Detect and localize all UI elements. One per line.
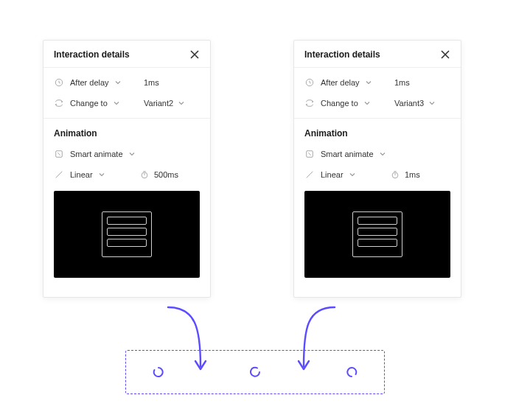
panel-header: Interaction details bbox=[294, 41, 461, 68]
chevron-down-icon bbox=[380, 151, 386, 158]
panel-title: Interaction details bbox=[304, 49, 380, 60]
preview-row bbox=[107, 217, 147, 225]
panel-header: Interaction details bbox=[43, 41, 210, 68]
swap-icon bbox=[304, 98, 315, 108]
easing-label: Linear bbox=[70, 170, 93, 179]
animation-preview bbox=[54, 191, 200, 278]
smart-animate-icon bbox=[54, 149, 64, 159]
animation-type: Smart animate bbox=[70, 150, 123, 158]
trigger-value: 1ms bbox=[394, 78, 410, 87]
preview-frame bbox=[352, 211, 402, 257]
trigger-label: After delay bbox=[70, 78, 109, 87]
panel-title: Interaction details bbox=[54, 49, 130, 60]
preview-row bbox=[358, 239, 397, 247]
clock-icon bbox=[304, 77, 315, 88]
trigger-value-field[interactable]: 1ms bbox=[394, 78, 410, 87]
trigger-row[interactable]: After delay 1ms bbox=[294, 72, 461, 93]
chevron-down-icon bbox=[129, 151, 136, 158]
swap-icon bbox=[54, 98, 64, 108]
chevron-down-icon bbox=[115, 80, 122, 86]
stopwatch-icon bbox=[390, 169, 400, 180]
animation-type-row[interactable]: Smart animate bbox=[294, 144, 461, 164]
animation-heading-row: Animation bbox=[294, 123, 461, 144]
duration-value: 500ms bbox=[154, 170, 178, 179]
animation-heading: Animation bbox=[304, 128, 348, 139]
trigger-label: After delay bbox=[321, 78, 360, 87]
spinner-icon bbox=[153, 366, 164, 378]
easing-row[interactable]: Linear 1ms bbox=[294, 164, 461, 185]
preview-row bbox=[358, 217, 397, 225]
linear-icon bbox=[54, 169, 64, 180]
interaction-panel-1: Interaction details After delay 1ms Chan… bbox=[43, 40, 211, 298]
trigger-section: After delay 1ms Change to Variant3 bbox=[294, 68, 461, 119]
action-value-field[interactable]: Variant3 bbox=[394, 99, 435, 108]
trigger-row[interactable]: After delay 1ms bbox=[43, 72, 210, 93]
action-value-field[interactable]: Variant2 bbox=[144, 99, 184, 108]
action-label: Change to bbox=[70, 99, 108, 108]
chevron-down-icon bbox=[428, 100, 435, 107]
animation-section: Animation Smart animate Linear 1 bbox=[294, 119, 461, 297]
close-icon[interactable] bbox=[189, 49, 200, 60]
action-value: Variant2 bbox=[144, 99, 173, 108]
action-row[interactable]: Change to Variant2 bbox=[43, 93, 210, 113]
interaction-panel-2: Interaction details After delay 1ms Chan… bbox=[293, 40, 461, 298]
action-label: Change to bbox=[321, 99, 358, 108]
easing-label: Linear bbox=[321, 170, 344, 179]
preview-frame bbox=[102, 211, 152, 257]
duration-field[interactable]: 500ms bbox=[139, 169, 178, 180]
svg-point-2 bbox=[142, 172, 147, 178]
smart-animate-icon bbox=[304, 149, 315, 159]
variant-target-frame[interactable] bbox=[125, 350, 385, 394]
action-row[interactable]: Change to Variant3 bbox=[294, 93, 461, 113]
stopwatch-icon bbox=[139, 169, 150, 180]
easing-row[interactable]: Linear 500ms bbox=[43, 164, 210, 185]
preview-row bbox=[107, 239, 147, 247]
chevron-down-icon bbox=[349, 172, 356, 178]
linear-icon bbox=[304, 169, 315, 180]
spinner-icon bbox=[249, 366, 261, 378]
chevron-down-icon bbox=[366, 80, 372, 86]
trigger-section: After delay 1ms Change to Variant2 bbox=[43, 68, 210, 119]
chevron-down-icon bbox=[178, 100, 184, 107]
animation-heading-row: Animation bbox=[43, 123, 210, 144]
spinner-icon bbox=[346, 366, 358, 378]
duration-value: 1ms bbox=[405, 170, 420, 179]
animation-type-row[interactable]: Smart animate bbox=[43, 144, 210, 164]
preview-row bbox=[107, 228, 147, 236]
duration-field[interactable]: 1ms bbox=[390, 169, 420, 180]
chevron-down-icon bbox=[364, 100, 371, 107]
svg-point-5 bbox=[392, 172, 398, 178]
trigger-value-field[interactable]: 1ms bbox=[144, 78, 159, 87]
action-value: Variant3 bbox=[394, 99, 424, 108]
animation-type: Smart animate bbox=[321, 150, 374, 158]
preview-row bbox=[358, 228, 397, 236]
close-icon[interactable] bbox=[440, 49, 450, 60]
chevron-down-icon bbox=[99, 172, 105, 178]
clock-icon bbox=[54, 77, 64, 88]
animation-preview bbox=[304, 191, 450, 278]
chevron-down-icon bbox=[114, 100, 120, 107]
animation-section: Animation Smart animate Linear 5 bbox=[43, 119, 210, 297]
trigger-value: 1ms bbox=[144, 78, 159, 87]
animation-heading: Animation bbox=[54, 128, 97, 139]
